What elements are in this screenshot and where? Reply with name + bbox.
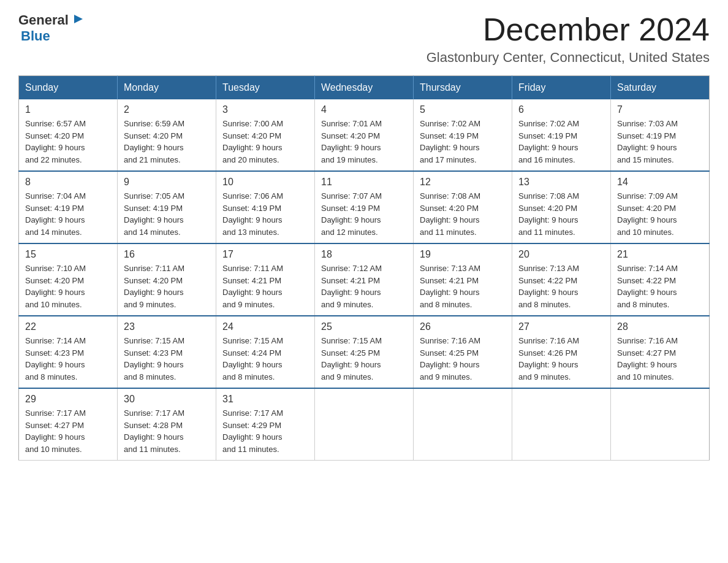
- day-info: Sunrise: 6:59 AM Sunset: 4:20 PM Dayligh…: [124, 118, 210, 166]
- week-row-1: 1 Sunrise: 6:57 AM Sunset: 4:20 PM Dayli…: [19, 99, 710, 171]
- day-cell: 11 Sunrise: 7:07 AM Sunset: 4:19 PM Dayl…: [315, 171, 414, 243]
- day-number: 16: [124, 249, 210, 260]
- day-cell: 4 Sunrise: 7:01 AM Sunset: 4:20 PM Dayli…: [315, 99, 414, 171]
- logo: General Blue: [18, 12, 84, 44]
- day-cell: 22 Sunrise: 7:14 AM Sunset: 4:23 PM Dayl…: [19, 316, 118, 388]
- day-info: Sunrise: 7:00 AM Sunset: 4:20 PM Dayligh…: [222, 118, 308, 166]
- day-number: 21: [617, 249, 703, 260]
- day-number: 30: [124, 394, 210, 405]
- day-cell: [512, 388, 611, 461]
- day-info: Sunrise: 7:08 AM Sunset: 4:20 PM Dayligh…: [420, 190, 506, 238]
- calendar-table: SundayMondayTuesdayWednesdayThursdayFrid…: [18, 75, 710, 461]
- day-cell: 3 Sunrise: 7:00 AM Sunset: 4:20 PM Dayli…: [216, 99, 315, 171]
- day-cell: [611, 388, 710, 461]
- day-number: 1: [25, 104, 111, 115]
- day-info: Sunrise: 7:14 AM Sunset: 4:22 PM Dayligh…: [617, 262, 703, 310]
- day-number: 31: [222, 394, 308, 405]
- week-row-2: 8 Sunrise: 7:04 AM Sunset: 4:19 PM Dayli…: [19, 171, 710, 243]
- day-number: 29: [25, 394, 111, 405]
- weekday-header-sunday: Sunday: [19, 76, 118, 100]
- logo-arrow-icon: [70, 12, 84, 28]
- day-cell: 31 Sunrise: 7:17 AM Sunset: 4:29 PM Dayl…: [216, 388, 315, 461]
- day-number: 8: [25, 177, 111, 188]
- day-number: 14: [617, 177, 703, 188]
- day-number: 19: [420, 249, 506, 260]
- day-cell: 17 Sunrise: 7:11 AM Sunset: 4:21 PM Dayl…: [216, 243, 315, 316]
- day-info: Sunrise: 7:08 AM Sunset: 4:20 PM Dayligh…: [518, 190, 604, 238]
- day-number: 26: [420, 321, 506, 332]
- day-info: Sunrise: 7:06 AM Sunset: 4:19 PM Dayligh…: [222, 190, 308, 238]
- week-row-4: 22 Sunrise: 7:14 AM Sunset: 4:23 PM Dayl…: [19, 316, 710, 388]
- day-info: Sunrise: 7:16 AM Sunset: 4:25 PM Dayligh…: [420, 335, 506, 383]
- day-cell: 25 Sunrise: 7:15 AM Sunset: 4:25 PM Dayl…: [315, 316, 414, 388]
- day-number: 24: [222, 321, 308, 332]
- day-cell: 6 Sunrise: 7:02 AM Sunset: 4:19 PM Dayli…: [512, 99, 611, 171]
- day-cell: 30 Sunrise: 7:17 AM Sunset: 4:28 PM Dayl…: [118, 388, 216, 461]
- day-number: 9: [124, 177, 210, 188]
- day-number: 27: [518, 321, 604, 332]
- day-info: Sunrise: 7:01 AM Sunset: 4:20 PM Dayligh…: [321, 118, 407, 166]
- day-number: 10: [222, 177, 308, 188]
- day-cell: 14 Sunrise: 7:09 AM Sunset: 4:20 PM Dayl…: [611, 171, 710, 243]
- day-cell: 15 Sunrise: 7:10 AM Sunset: 4:20 PM Dayl…: [19, 243, 118, 316]
- weekday-header-saturday: Saturday: [611, 76, 710, 100]
- weekday-header-tuesday: Tuesday: [216, 76, 315, 100]
- day-info: Sunrise: 7:14 AM Sunset: 4:23 PM Dayligh…: [25, 335, 111, 383]
- day-info: Sunrise: 7:05 AM Sunset: 4:19 PM Dayligh…: [124, 190, 210, 238]
- day-cell: 16 Sunrise: 7:11 AM Sunset: 4:20 PM Dayl…: [118, 243, 216, 316]
- day-number: 12: [420, 177, 506, 188]
- day-info: Sunrise: 7:12 AM Sunset: 4:21 PM Dayligh…: [321, 262, 407, 310]
- day-info: Sunrise: 7:07 AM Sunset: 4:19 PM Dayligh…: [321, 190, 407, 238]
- weekday-header-row: SundayMondayTuesdayWednesdayThursdayFrid…: [19, 76, 710, 100]
- day-cell: 27 Sunrise: 7:16 AM Sunset: 4:26 PM Dayl…: [512, 316, 611, 388]
- day-cell: 20 Sunrise: 7:13 AM Sunset: 4:22 PM Dayl…: [512, 243, 611, 316]
- day-info: Sunrise: 7:02 AM Sunset: 4:19 PM Dayligh…: [420, 118, 506, 166]
- day-number: 28: [617, 321, 703, 332]
- day-cell: 19 Sunrise: 7:13 AM Sunset: 4:21 PM Dayl…: [414, 243, 512, 316]
- day-cell: [414, 388, 512, 461]
- day-info: Sunrise: 7:13 AM Sunset: 4:22 PM Dayligh…: [518, 262, 604, 310]
- day-number: 3: [222, 104, 308, 115]
- day-info: Sunrise: 7:04 AM Sunset: 4:19 PM Dayligh…: [25, 190, 111, 238]
- day-cell: 13 Sunrise: 7:08 AM Sunset: 4:20 PM Dayl…: [512, 171, 611, 243]
- day-cell: 23 Sunrise: 7:15 AM Sunset: 4:23 PM Dayl…: [118, 316, 216, 388]
- day-cell: 24 Sunrise: 7:15 AM Sunset: 4:24 PM Dayl…: [216, 316, 315, 388]
- day-number: 20: [518, 249, 604, 260]
- day-cell: 2 Sunrise: 6:59 AM Sunset: 4:20 PM Dayli…: [118, 99, 216, 171]
- day-info: Sunrise: 7:03 AM Sunset: 4:19 PM Dayligh…: [617, 118, 703, 166]
- day-cell: 8 Sunrise: 7:04 AM Sunset: 4:19 PM Dayli…: [19, 171, 118, 243]
- day-cell: 18 Sunrise: 7:12 AM Sunset: 4:21 PM Dayl…: [315, 243, 414, 316]
- svg-marker-0: [74, 15, 83, 23]
- day-number: 11: [321, 177, 407, 188]
- day-number: 7: [617, 104, 703, 115]
- day-info: Sunrise: 7:02 AM Sunset: 4:19 PM Dayligh…: [518, 118, 604, 166]
- day-cell: 28 Sunrise: 7:16 AM Sunset: 4:27 PM Dayl…: [611, 316, 710, 388]
- day-cell: 10 Sunrise: 7:06 AM Sunset: 4:19 PM Dayl…: [216, 171, 315, 243]
- day-info: Sunrise: 6:57 AM Sunset: 4:20 PM Dayligh…: [25, 118, 111, 166]
- day-number: 22: [25, 321, 111, 332]
- weekday-header-monday: Monday: [118, 76, 216, 100]
- day-number: 5: [420, 104, 506, 115]
- day-cell: 7 Sunrise: 7:03 AM Sunset: 4:19 PM Dayli…: [611, 99, 710, 171]
- day-number: 18: [321, 249, 407, 260]
- day-cell: 21 Sunrise: 7:14 AM Sunset: 4:22 PM Dayl…: [611, 243, 710, 316]
- day-number: 23: [124, 321, 210, 332]
- week-row-5: 29 Sunrise: 7:17 AM Sunset: 4:27 PM Dayl…: [19, 388, 710, 461]
- day-info: Sunrise: 7:09 AM Sunset: 4:20 PM Dayligh…: [617, 190, 703, 238]
- day-info: Sunrise: 7:13 AM Sunset: 4:21 PM Dayligh…: [420, 262, 506, 310]
- day-info: Sunrise: 7:17 AM Sunset: 4:29 PM Dayligh…: [222, 407, 308, 455]
- day-info: Sunrise: 7:16 AM Sunset: 4:27 PM Dayligh…: [617, 335, 703, 383]
- week-row-3: 15 Sunrise: 7:10 AM Sunset: 4:20 PM Dayl…: [19, 243, 710, 316]
- day-cell: 1 Sunrise: 6:57 AM Sunset: 4:20 PM Dayli…: [19, 99, 118, 171]
- day-info: Sunrise: 7:15 AM Sunset: 4:24 PM Dayligh…: [222, 335, 308, 383]
- day-cell: 9 Sunrise: 7:05 AM Sunset: 4:19 PM Dayli…: [118, 171, 216, 243]
- weekday-header-thursday: Thursday: [414, 76, 512, 100]
- day-info: Sunrise: 7:15 AM Sunset: 4:23 PM Dayligh…: [124, 335, 210, 383]
- day-number: 17: [222, 249, 308, 260]
- day-cell: 12 Sunrise: 7:08 AM Sunset: 4:20 PM Dayl…: [414, 171, 512, 243]
- day-info: Sunrise: 7:10 AM Sunset: 4:20 PM Dayligh…: [25, 262, 111, 310]
- day-cell: 5 Sunrise: 7:02 AM Sunset: 4:19 PM Dayli…: [414, 99, 512, 171]
- day-info: Sunrise: 7:11 AM Sunset: 4:21 PM Dayligh…: [222, 262, 308, 310]
- day-cell: 26 Sunrise: 7:16 AM Sunset: 4:25 PM Dayl…: [414, 316, 512, 388]
- day-number: 4: [321, 104, 407, 115]
